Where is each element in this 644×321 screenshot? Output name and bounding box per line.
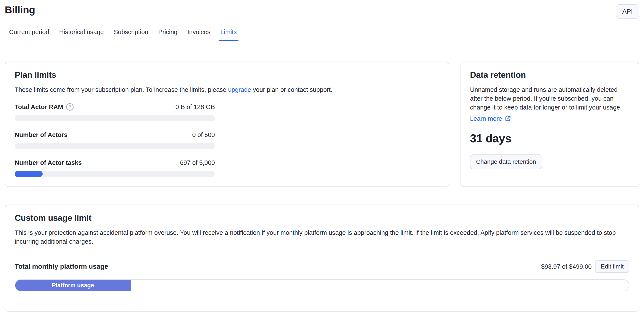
tab-historical-usage[interactable]: Historical usage — [59, 28, 104, 41]
tab-current-period[interactable]: Current period — [9, 28, 49, 41]
change-data-retention-button[interactable]: Change data retention — [470, 155, 542, 169]
tab-limits[interactable]: Limits — [220, 28, 237, 41]
page-header: Billing API — [5, 0, 639, 18]
platform-usage-track: Platform usage — [15, 279, 629, 291]
top-cards-row: Plan limits These limits come from your … — [5, 62, 639, 187]
limit-value: 0 B of 128 GB — [176, 104, 215, 111]
progress-track — [15, 143, 215, 149]
help-icon[interactable]: ? — [66, 103, 74, 111]
plan-limits-desc-suffix: your plan or contact support. — [251, 86, 332, 93]
external-link-icon — [505, 115, 511, 122]
limit-label: Number of Actors — [15, 131, 68, 139]
tab-pricing[interactable]: Pricing — [158, 28, 178, 41]
limit-row-header: Total Actor RAM ? 0 B of 128 GB — [15, 103, 215, 111]
custom-usage-limit-card: Custom usage limit This is your protecti… — [5, 205, 639, 312]
data-retention-description: Unnamed storage and runs are automatical… — [470, 85, 629, 112]
progress-fill — [15, 171, 43, 177]
limit-row-header: Number of Actor tasks 697 of 5,000 — [15, 159, 215, 166]
usage-value: $93.97 of $499.00 — [541, 263, 592, 270]
plan-limits-card: Plan limits These limits come from your … — [5, 62, 449, 187]
limit-row-number-of-actor-tasks: Number of Actor tasks 697 of 5,000 — [15, 159, 215, 177]
plan-limit-rows: Total Actor RAM ? 0 B of 128 GB Number o… — [15, 103, 215, 177]
limit-label-text: Total Actor RAM — [15, 104, 63, 111]
usage-right-group: $93.97 of $499.00 Edit limit — [541, 260, 629, 273]
learn-more-link[interactable]: Learn more — [470, 115, 511, 122]
plan-limits-title: Plan limits — [15, 70, 439, 80]
limit-label-text: Number of Actors — [15, 131, 68, 139]
retention-period-value: 31 days — [470, 132, 629, 145]
custom-usage-title: Custom usage limit — [15, 213, 629, 223]
limit-label: Number of Actor tasks — [15, 159, 82, 166]
platform-usage-fill: Platform usage — [15, 280, 131, 291]
usage-label: Total monthly platform usage — [15, 263, 108, 270]
plan-limits-desc-prefix: These limits come from your subscription… — [15, 86, 228, 93]
edit-limit-button[interactable]: Edit limit — [595, 260, 629, 273]
tab-invoices[interactable]: Invoices — [188, 28, 210, 41]
limit-value: 697 of 5,000 — [180, 159, 215, 166]
usage-summary-row: Total monthly platform usage $93.97 of $… — [15, 260, 629, 273]
api-button[interactable]: API — [616, 4, 639, 18]
limit-row-number-of-actors: Number of Actors 0 of 500 — [15, 131, 215, 149]
platform-usage-fill-label: Platform usage — [52, 282, 94, 289]
billing-tabs: Current period Historical usage Subscrip… — [5, 28, 639, 41]
page-title: Billing — [5, 4, 35, 16]
progress-track — [15, 115, 215, 121]
custom-usage-description: This is your protection against accident… — [15, 228, 629, 246]
data-retention-card: Data retention Unnamed storage and runs … — [460, 62, 639, 187]
data-retention-title: Data retention — [470, 70, 629, 80]
limit-row-header: Number of Actors 0 of 500 — [15, 131, 215, 139]
progress-track — [15, 171, 215, 177]
plan-limits-description: These limits come from your subscription… — [15, 85, 439, 94]
limit-value: 0 of 500 — [192, 131, 215, 139]
tab-subscription[interactable]: Subscription — [114, 28, 148, 41]
limit-row-total-actor-ram: Total Actor RAM ? 0 B of 128 GB — [15, 103, 215, 121]
learn-more-label: Learn more — [470, 115, 502, 122]
limit-label: Total Actor RAM ? — [15, 103, 74, 111]
upgrade-link[interactable]: upgrade — [228, 86, 251, 93]
limit-label-text: Number of Actor tasks — [15, 159, 82, 166]
billing-page: Billing API Current period Historical us… — [0, 0, 644, 312]
